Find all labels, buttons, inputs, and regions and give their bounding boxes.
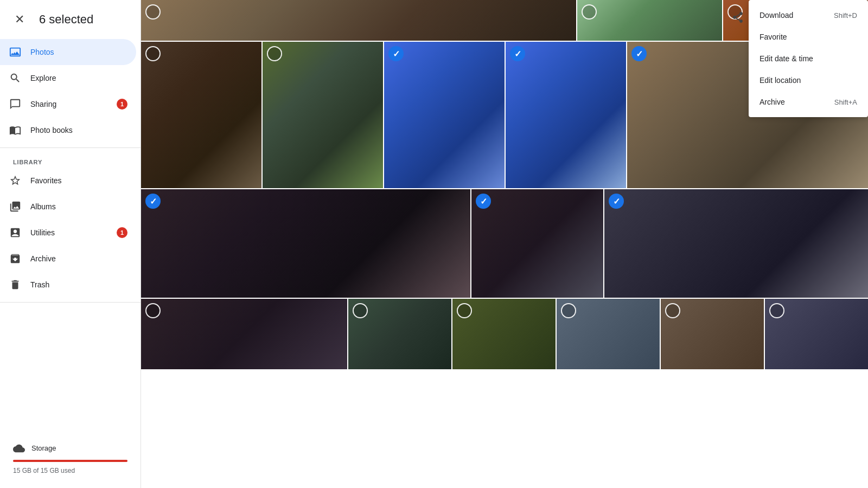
select-circle[interactable] [353, 303, 368, 318]
select-circle[interactable] [582, 4, 597, 20]
storage-label: Storage [31, 444, 56, 452]
photos-label: Photos [30, 48, 54, 56]
checkmark: ✓ [613, 196, 620, 207]
checkmark: ✓ [480, 196, 487, 207]
nav-divider [0, 147, 141, 148]
photo-cell[interactable] [141, 0, 576, 41]
storage-fill [13, 460, 127, 462]
sharing-badge: 1 [117, 99, 127, 110]
select-circle[interactable] [267, 46, 282, 61]
sidebar-header: ✕ 6 selected [0, 4, 141, 39]
sidebar-item-explore[interactable]: Explore [0, 65, 136, 91]
photo-cell[interactable] [348, 299, 451, 369]
albums-label: Albums [30, 202, 56, 211]
select-circle-checked[interactable]: ✓ [510, 46, 525, 61]
menu-item-archive[interactable]: Archive Shift+A [749, 91, 868, 113]
explore-icon [9, 72, 22, 85]
library-section-label: LIBRARY [0, 152, 141, 168]
utilities-badge: 1 [117, 227, 127, 238]
menu-item-edit-date-time[interactable]: Edit date & time [749, 48, 868, 69]
select-circle-checked[interactable]: ✓ [609, 194, 624, 209]
select-circle[interactable] [145, 303, 161, 318]
sidebar-item-trash[interactable]: Trash [0, 272, 136, 298]
context-menu: Download Shift+D Favorite Edit date & ti… [749, 0, 868, 117]
photos-icon [9, 46, 22, 59]
archive-shortcut: Shift+A [834, 98, 857, 106]
select-circle-checked[interactable]: ✓ [631, 46, 647, 61]
photo-cell[interactable]: ✓ [506, 42, 626, 188]
select-circle[interactable] [665, 303, 680, 318]
photo-cell[interactable]: ✓ [604, 189, 868, 298]
select-circle[interactable] [145, 46, 161, 61]
photo-cell[interactable]: ✓ [141, 189, 470, 298]
download-label: Download [760, 11, 793, 20]
share-button[interactable] [727, 7, 749, 28]
sidebar-item-favorites[interactable]: Favorites [0, 168, 136, 194]
checkmark: ✓ [514, 49, 521, 59]
photo-cell[interactable] [452, 299, 556, 369]
sidebar-item-archive[interactable]: Archive [0, 246, 136, 272]
photo-cell[interactable] [661, 299, 764, 369]
close-icon: ✕ [15, 12, 24, 27]
archive-icon [9, 252, 22, 265]
edit-location-label: Edit location [760, 76, 801, 85]
trash-label: Trash [30, 280, 49, 289]
menu-item-favorite[interactable]: Favorite [749, 26, 868, 48]
sharing-icon [9, 98, 22, 111]
storage-icon [13, 442, 25, 457]
photo-cell[interactable] [263, 42, 383, 188]
select-circle-checked[interactable]: ✓ [145, 194, 161, 209]
select-circle[interactable] [145, 4, 161, 20]
archive-label: Archive [30, 254, 56, 263]
utilities-label: Utilities [30, 228, 55, 237]
sidebar-item-sharing[interactable]: Sharing 1 [0, 91, 136, 117]
sidebar-item-photobooks[interactable]: Photo books [0, 117, 136, 143]
select-circle[interactable] [561, 303, 576, 318]
albums-icon [9, 200, 22, 213]
sidebar: ✕ 6 selected Photos Explore Sharing 1 Ph… [0, 0, 141, 488]
storage-section: Storage 15 GB of 15 GB used [0, 434, 141, 484]
checkmark: ✓ [393, 49, 400, 59]
photo-cell[interactable] [557, 299, 660, 369]
trash-icon [9, 278, 22, 291]
selected-count-label: 6 selected [39, 12, 93, 27]
favorites-label: Favorites [30, 176, 62, 185]
download-shortcut: Shift+D [834, 11, 857, 20]
sidebar-item-photos[interactable]: Photos [0, 39, 136, 65]
storage-bar [13, 460, 127, 462]
photo-cell[interactable]: ✓ [384, 42, 505, 188]
photo-row-3: ✓ ✓ ✓ [141, 189, 868, 298]
photobooks-label: Photo books [30, 126, 73, 134]
sharing-label: Sharing [30, 100, 56, 108]
utilities-icon [9, 226, 22, 239]
share-button-area [727, 7, 749, 28]
menu-item-edit-location[interactable]: Edit location [749, 69, 868, 91]
photo-cell[interactable] [141, 299, 347, 369]
sidebar-item-albums[interactable]: Albums [0, 194, 136, 220]
select-circle[interactable] [769, 303, 784, 318]
sidebar-item-utilities[interactable]: Utilities 1 [0, 220, 136, 246]
favorites-icon [9, 174, 22, 187]
select-circle-checked[interactable]: ✓ [388, 46, 404, 61]
menu-item-download[interactable]: Download Shift+D [749, 4, 868, 26]
storage-divider [0, 302, 141, 303]
photo-cell[interactable] [577, 0, 722, 41]
favorite-label: Favorite [760, 33, 787, 41]
storage-text: 15 GB of 15 GB used [13, 467, 75, 474]
checkmark: ✓ [150, 196, 157, 207]
photo-cell[interactable] [141, 42, 261, 188]
photo-cell[interactable] [765, 299, 868, 369]
edit-date-time-label: Edit date & time [760, 54, 813, 63]
select-circle[interactable] [457, 303, 472, 318]
photobooks-icon [9, 124, 22, 137]
explore-label: Explore [30, 74, 56, 82]
checkmark: ✓ [636, 49, 643, 59]
photo-cell[interactable]: ✓ [471, 189, 603, 298]
archive-label: Archive [760, 98, 785, 106]
photo-row-4 [141, 299, 868, 369]
close-button[interactable]: ✕ [9, 9, 30, 30]
